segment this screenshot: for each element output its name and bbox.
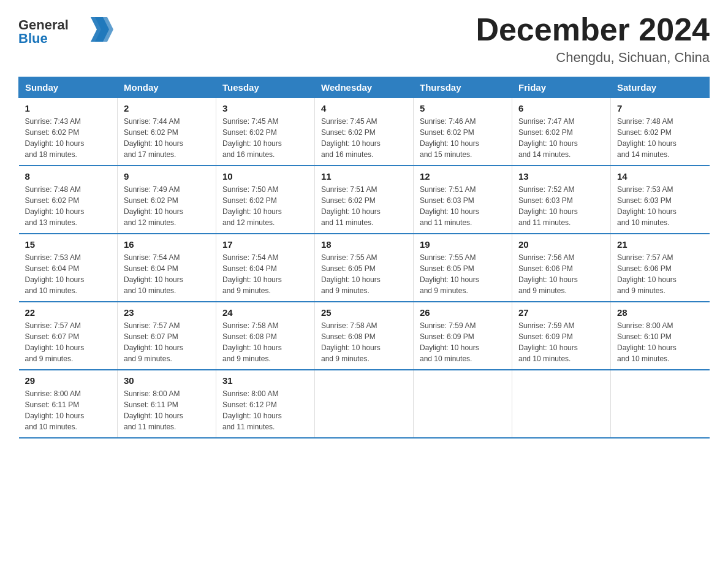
day-info: Sunrise: 7:57 AMSunset: 6:07 PMDaylight:… — [124, 320, 210, 364]
day-number: 29 — [25, 375, 112, 386]
table-row: 25 Sunrise: 7:58 AMSunset: 6:08 PMDaylig… — [315, 302, 414, 370]
day-info: Sunrise: 7:57 AMSunset: 6:07 PMDaylight:… — [25, 320, 112, 364]
table-row: 8 Sunrise: 7:48 AMSunset: 6:02 PMDayligh… — [19, 166, 118, 234]
table-row: 2 Sunrise: 7:44 AMSunset: 6:02 PMDayligh… — [118, 98, 216, 166]
table-row: 6 Sunrise: 7:47 AMSunset: 6:02 PMDayligh… — [512, 98, 611, 166]
table-row: 22 Sunrise: 7:57 AMSunset: 6:07 PMDaylig… — [19, 302, 118, 370]
table-row: 9 Sunrise: 7:49 AMSunset: 6:02 PMDayligh… — [118, 166, 216, 234]
day-info: Sunrise: 7:51 AMSunset: 6:03 PMDaylight:… — [420, 184, 506, 228]
day-info: Sunrise: 7:56 AMSunset: 6:06 PMDaylight:… — [518, 252, 604, 296]
day-info: Sunrise: 7:53 AMSunset: 6:04 PMDaylight:… — [25, 252, 112, 296]
table-row: 3 Sunrise: 7:45 AMSunset: 6:02 PMDayligh… — [216, 98, 315, 166]
day-number: 23 — [124, 307, 210, 318]
table-row: 4 Sunrise: 7:45 AMSunset: 6:02 PMDayligh… — [315, 98, 414, 166]
day-number: 31 — [222, 375, 308, 386]
day-info: Sunrise: 7:53 AMSunset: 6:03 PMDaylight:… — [617, 184, 703, 228]
day-info: Sunrise: 8:00 AMSunset: 6:11 PMDaylight:… — [124, 388, 210, 432]
day-info: Sunrise: 7:59 AMSunset: 6:09 PMDaylight:… — [518, 320, 604, 364]
calendar-subtitle: Chengdu, Sichuan, China — [476, 50, 710, 66]
title-block: December 2024 Chengdu, Sichuan, China — [476, 12, 710, 66]
table-row: 29 Sunrise: 8:00 AMSunset: 6:11 PMDaylig… — [19, 370, 118, 438]
day-number: 7 — [617, 103, 703, 113]
table-row — [315, 370, 414, 438]
table-row: 16 Sunrise: 7:54 AMSunset: 6:04 PMDaylig… — [118, 234, 216, 302]
day-number: 25 — [321, 307, 407, 318]
table-row: 12 Sunrise: 7:51 AMSunset: 6:03 PMDaylig… — [414, 166, 512, 234]
table-row: 28 Sunrise: 8:00 AMSunset: 6:10 PMDaylig… — [611, 302, 710, 370]
day-info: Sunrise: 7:57 AMSunset: 6:06 PMDaylight:… — [617, 252, 703, 296]
day-info: Sunrise: 7:49 AMSunset: 6:02 PMDaylight:… — [124, 184, 210, 228]
day-number: 10 — [222, 171, 308, 182]
day-info: Sunrise: 7:52 AMSunset: 6:03 PMDaylight:… — [518, 184, 604, 228]
day-number: 19 — [420, 239, 506, 250]
day-number: 1 — [25, 103, 112, 113]
day-info: Sunrise: 8:00 AMSunset: 6:10 PMDaylight:… — [617, 320, 703, 364]
day-number: 13 — [518, 171, 604, 182]
table-row — [512, 370, 611, 438]
day-info: Sunrise: 7:43 AMSunset: 6:02 PMDaylight:… — [25, 116, 112, 160]
day-info: Sunrise: 7:54 AMSunset: 6:04 PMDaylight:… — [124, 252, 210, 296]
header-monday: Monday — [118, 77, 216, 98]
day-number: 11 — [321, 171, 407, 182]
table-row: 24 Sunrise: 7:58 AMSunset: 6:08 PMDaylig… — [216, 302, 315, 370]
day-info: Sunrise: 7:59 AMSunset: 6:09 PMDaylight:… — [420, 320, 506, 364]
day-info: Sunrise: 7:47 AMSunset: 6:02 PMDaylight:… — [518, 116, 604, 160]
table-row: 11 Sunrise: 7:51 AMSunset: 6:02 PMDaylig… — [315, 166, 414, 234]
day-number: 18 — [321, 239, 407, 250]
calendar-header-row: Sunday Monday Tuesday Wednesday Thursday… — [19, 77, 710, 98]
calendar-week-row: 22 Sunrise: 7:57 AMSunset: 6:07 PMDaylig… — [19, 302, 710, 370]
day-number: 28 — [617, 307, 703, 318]
table-row: 10 Sunrise: 7:50 AMSunset: 6:02 PMDaylig… — [216, 166, 315, 234]
table-row: 26 Sunrise: 7:59 AMSunset: 6:09 PMDaylig… — [414, 302, 512, 370]
logo-text: General Blue — [18, 12, 116, 48]
day-info: Sunrise: 7:48 AMSunset: 6:02 PMDaylight:… — [25, 184, 112, 228]
day-info: Sunrise: 7:55 AMSunset: 6:05 PMDaylight:… — [420, 252, 506, 296]
day-info: Sunrise: 7:50 AMSunset: 6:02 PMDaylight:… — [222, 184, 308, 228]
day-number: 24 — [222, 307, 308, 318]
table-row: 13 Sunrise: 7:52 AMSunset: 6:03 PMDaylig… — [512, 166, 611, 234]
day-number: 4 — [321, 103, 407, 113]
table-row: 7 Sunrise: 7:48 AMSunset: 6:02 PMDayligh… — [611, 98, 710, 166]
day-info: Sunrise: 7:45 AMSunset: 6:02 PMDaylight:… — [222, 116, 308, 160]
table-row: 17 Sunrise: 7:54 AMSunset: 6:04 PMDaylig… — [216, 234, 315, 302]
day-number: 30 — [124, 375, 210, 386]
header-tuesday: Tuesday — [216, 77, 315, 98]
table-row: 23 Sunrise: 7:57 AMSunset: 6:07 PMDaylig… — [118, 302, 216, 370]
day-number: 3 — [222, 103, 308, 113]
day-info: Sunrise: 7:48 AMSunset: 6:02 PMDaylight:… — [617, 116, 703, 160]
day-number: 27 — [518, 307, 604, 318]
day-info: Sunrise: 7:58 AMSunset: 6:08 PMDaylight:… — [222, 320, 308, 364]
day-number: 5 — [420, 103, 506, 113]
day-info: Sunrise: 7:58 AMSunset: 6:08 PMDaylight:… — [321, 320, 407, 364]
day-number: 2 — [124, 103, 210, 113]
day-number: 12 — [420, 171, 506, 182]
header-friday: Friday — [512, 77, 611, 98]
day-number: 9 — [124, 171, 210, 182]
table-row: 27 Sunrise: 7:59 AMSunset: 6:09 PMDaylig… — [512, 302, 611, 370]
day-info: Sunrise: 7:44 AMSunset: 6:02 PMDaylight:… — [124, 116, 210, 160]
day-number: 20 — [518, 239, 604, 250]
header-saturday: Saturday — [611, 77, 710, 98]
day-info: Sunrise: 7:45 AMSunset: 6:02 PMDaylight:… — [321, 116, 407, 160]
table-row: 18 Sunrise: 7:55 AMSunset: 6:05 PMDaylig… — [315, 234, 414, 302]
table-row: 14 Sunrise: 7:53 AMSunset: 6:03 PMDaylig… — [611, 166, 710, 234]
calendar-week-row: 8 Sunrise: 7:48 AMSunset: 6:02 PMDayligh… — [19, 166, 710, 234]
table-row: 30 Sunrise: 8:00 AMSunset: 6:11 PMDaylig… — [118, 370, 216, 438]
header-thursday: Thursday — [414, 77, 512, 98]
day-number: 26 — [420, 307, 506, 318]
table-row: 20 Sunrise: 7:56 AMSunset: 6:06 PMDaylig… — [512, 234, 611, 302]
day-number: 15 — [25, 239, 112, 250]
day-number: 16 — [124, 239, 210, 250]
header-sunday: Sunday — [19, 77, 118, 98]
day-info: Sunrise: 8:00 AMSunset: 6:12 PMDaylight:… — [222, 388, 308, 432]
day-info: Sunrise: 7:46 AMSunset: 6:02 PMDaylight:… — [420, 116, 506, 160]
table-row — [414, 370, 512, 438]
table-row: 5 Sunrise: 7:46 AMSunset: 6:02 PMDayligh… — [414, 98, 512, 166]
day-number: 6 — [518, 103, 604, 113]
day-number: 17 — [222, 239, 308, 250]
calendar-title: December 2024 — [476, 12, 710, 47]
table-row: 19 Sunrise: 7:55 AMSunset: 6:05 PMDaylig… — [414, 234, 512, 302]
table-row: 21 Sunrise: 7:57 AMSunset: 6:06 PMDaylig… — [611, 234, 710, 302]
calendar-week-row: 29 Sunrise: 8:00 AMSunset: 6:11 PMDaylig… — [19, 370, 710, 438]
day-info: Sunrise: 7:54 AMSunset: 6:04 PMDaylight:… — [222, 252, 308, 296]
